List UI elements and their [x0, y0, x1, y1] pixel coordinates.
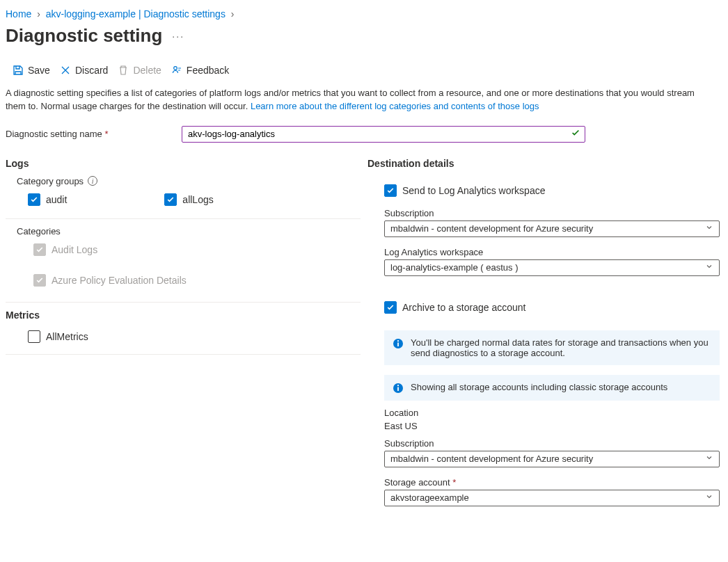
storage-checkbox-label: Archive to a storage account [402, 302, 525, 313]
category-groups-label: Category groups i [6, 176, 361, 186]
storage-classic-banner: Showing all storage accounts including c… [384, 375, 720, 401]
subscription2-select[interactable]: mbaldwin - content development for Azure… [384, 451, 720, 467]
storage-account-label: Storage account * [384, 477, 720, 488]
setting-name-input-wrap [182, 126, 585, 143]
command-bar: Save Discard Delete Feedback [6, 61, 720, 84]
learn-more-link[interactable]: Learn more about the different log categ… [251, 101, 539, 111]
storage-checkbox[interactable] [384, 301, 397, 314]
chevron-down-icon [705, 262, 713, 273]
law-workspace-select[interactable]: log-analytics-example ( eastus ) [384, 259, 720, 276]
discard-button[interactable]: Discard [60, 65, 108, 76]
svg-rect-5 [397, 387, 399, 391]
chevron-down-icon [705, 223, 713, 234]
subscription-label: Subscription [384, 208, 720, 218]
storage-account-value: akvstorageexample [390, 492, 469, 503]
chevron-right-icon: › [34, 8, 43, 19]
save-label: Save [28, 65, 50, 76]
info-icon[interactable]: i [88, 176, 97, 186]
metrics-heading: Metrics [6, 310, 361, 321]
audit-logs-label: Audit Logs [52, 244, 97, 255]
alllogs-checkbox[interactable] [164, 193, 177, 206]
save-button[interactable]: Save [13, 65, 50, 76]
breadcrumb: Home › akv-logging-example | Diagnostic … [6, 6, 720, 21]
close-icon [60, 65, 71, 76]
location-value: East US [384, 421, 720, 431]
svg-rect-2 [397, 342, 399, 346]
feedback-button[interactable]: Feedback [171, 65, 229, 76]
feedback-icon [171, 65, 182, 76]
audit-checkbox-row: audit [28, 191, 67, 209]
law-checkbox[interactable] [384, 184, 397, 197]
divider [6, 354, 361, 355]
storage-classic-text: Showing all storage accounts including c… [411, 382, 667, 392]
allmetrics-checkbox[interactable] [28, 330, 40, 343]
allmetrics-row: AllMetrics [6, 328, 361, 346]
delete-label: Delete [133, 65, 161, 76]
law-workspace-label: Log Analytics workspace [384, 247, 720, 257]
info-icon [393, 338, 404, 349]
chevron-right-icon: › [228, 8, 237, 19]
storage-charge-text: You'll be charged normal data rates for … [411, 337, 711, 358]
chevron-down-icon [705, 453, 713, 464]
policy-eval-label: Azure Policy Evaluation Details [52, 275, 187, 286]
audit-logs-row: Audit Logs [6, 241, 361, 259]
feedback-label: Feedback [187, 65, 229, 76]
page-title: Diagnostic setting [6, 25, 162, 47]
audit-checkbox[interactable] [28, 193, 40, 206]
svg-point-3 [397, 340, 399, 342]
delete-button: Delete [118, 65, 161, 76]
law-workspace-value: log-analytics-example ( eastus ) [390, 262, 519, 273]
allmetrics-label: AllMetrics [46, 331, 88, 342]
destination-heading: Destination details [367, 158, 720, 169]
subscription2-label: Subscription [384, 438, 720, 449]
policy-eval-checkbox [33, 274, 46, 287]
valid-check-icon [571, 128, 580, 140]
breadcrumb-home[interactable]: Home [6, 8, 31, 19]
description-text: A diagnostic setting specifies a list of… [6, 84, 702, 119]
divider [6, 302, 361, 303]
storage-account-select[interactable]: akvstorageexample [384, 490, 720, 506]
setting-name-input[interactable] [187, 128, 571, 140]
setting-name-label: Diagnostic setting name * [6, 129, 176, 139]
subscription-select[interactable]: mbaldwin - content development for Azure… [384, 220, 720, 237]
logs-heading: Logs [6, 158, 361, 169]
audit-label: audit [46, 194, 67, 205]
svg-point-6 [397, 385, 399, 386]
location-label: Location [384, 408, 720, 418]
more-actions-button[interactable]: ··· [172, 31, 184, 42]
subscription-value: mbaldwin - content development for Azure… [390, 223, 593, 234]
discard-label: Discard [75, 65, 108, 76]
divider [6, 218, 361, 219]
svg-point-0 [174, 67, 177, 70]
trash-icon [118, 65, 129, 76]
audit-logs-checkbox [33, 243, 46, 256]
breadcrumb-resource[interactable]: akv-logging-example | Diagnostic setting… [46, 8, 225, 19]
chevron-down-icon [705, 492, 713, 503]
law-checkbox-label: Send to Log Analytics workspace [402, 185, 545, 196]
categories-label: Categories [6, 226, 361, 236]
info-icon [393, 383, 404, 394]
policy-eval-row: Azure Policy Evaluation Details [6, 271, 361, 289]
storage-charge-banner: You'll be charged normal data rates for … [384, 330, 720, 365]
alllogs-label: allLogs [182, 194, 213, 205]
save-icon [13, 65, 24, 76]
subscription2-value: mbaldwin - content development for Azure… [390, 453, 593, 464]
alllogs-checkbox-row: allLogs [164, 191, 213, 209]
